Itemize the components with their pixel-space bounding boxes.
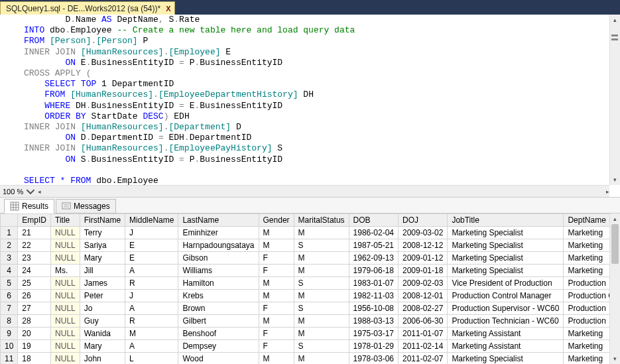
column-header[interactable]: MiddleName (125, 214, 178, 227)
cell[interactable]: 25 (18, 277, 51, 290)
table-row[interactable]: 121NULLTerryJEminhizerMM1986-02-042009-0… (1, 227, 610, 239)
cell[interactable]: Marketing (564, 252, 609, 265)
cell[interactable]: 2009-01-18 (398, 265, 447, 277)
cell[interactable]: Hamilton (178, 277, 259, 290)
cell[interactable]: 26 (18, 290, 51, 302)
row-number[interactable]: 4 (1, 265, 18, 277)
results-vertical-scrollbar[interactable]: ▴ ▾ (609, 213, 620, 364)
cell[interactable]: M (259, 315, 294, 328)
cell[interactable]: Peter (80, 290, 125, 302)
cell[interactable]: 1986-02-04 (349, 227, 398, 239)
table-row[interactable]: 525NULLJamesRHamiltonMS1983-01-072009-02… (1, 277, 610, 290)
cell[interactable]: Mary (80, 340, 125, 353)
cell[interactable]: F (259, 265, 294, 277)
cell[interactable]: 1962-09-13 (349, 252, 398, 265)
cell[interactable]: 2009-02-03 (398, 277, 447, 290)
cell[interactable]: Marketing Specialist (448, 265, 564, 277)
cell[interactable]: S (294, 302, 349, 315)
cell[interactable]: NULL (51, 290, 80, 302)
cell[interactable]: M (294, 353, 349, 365)
cell[interactable]: 2006-06-30 (398, 315, 447, 328)
cell[interactable]: NULL (51, 315, 80, 328)
column-header[interactable]: DOJ (398, 214, 447, 227)
cell[interactable]: S (294, 239, 349, 252)
cell[interactable]: J (125, 227, 178, 239)
cell[interactable]: 2011-01-07 (398, 328, 447, 340)
cell[interactable]: Benshoof (178, 328, 259, 340)
cell[interactable]: 18 (18, 353, 51, 365)
cell[interactable]: L (125, 353, 178, 365)
cell[interactable]: 24 (18, 265, 51, 277)
cell[interactable]: F (259, 302, 294, 315)
cell[interactable]: 1978-01-29 (349, 340, 398, 353)
cell[interactable]: M (294, 315, 349, 328)
cell[interactable]: Marketing (564, 265, 609, 277)
cell[interactable]: Guy (80, 315, 125, 328)
cell[interactable]: E (125, 252, 178, 265)
cell[interactable]: 2008-12-01 (398, 290, 447, 302)
cell[interactable]: NULL (51, 227, 80, 239)
scroll-down-icon[interactable]: ▾ (610, 174, 620, 185)
cell[interactable]: 28 (18, 315, 51, 328)
cell[interactable]: Wanida (80, 328, 125, 340)
cell[interactable]: Marketing Specialist (448, 227, 564, 239)
table-row[interactable]: 1019NULLMaryADempseyFS1978-01-292011-02-… (1, 340, 610, 353)
cell[interactable]: Wood (178, 353, 259, 365)
results-grid-scroll[interactable]: EmpIDTitleFirstNameMiddleNameLastNameGen… (0, 213, 609, 364)
cell[interactable]: Marketing Assistant (448, 328, 564, 340)
scroll-up-icon[interactable]: ▴ (610, 213, 620, 224)
cell[interactable]: Harnpadoungsataya (178, 239, 259, 252)
cell[interactable]: Mary (80, 252, 125, 265)
cell[interactable]: R (125, 315, 178, 328)
cell[interactable]: 21 (18, 227, 51, 239)
row-number[interactable]: 8 (1, 315, 18, 328)
cell[interactable]: M (294, 328, 349, 340)
cell[interactable]: 2011-02-14 (398, 340, 447, 353)
cell[interactable]: F (259, 252, 294, 265)
cell[interactable]: NULL (51, 302, 80, 315)
scroll-down-icon[interactable]: ▾ (610, 353, 620, 364)
cell[interactable]: S (294, 277, 349, 290)
cell[interactable]: Production Technician - WC60 (448, 315, 564, 328)
cell[interactable]: Eminhizer (178, 227, 259, 239)
cell[interactable]: 2011-02-07 (398, 353, 447, 365)
cell[interactable]: 1988-03-13 (349, 315, 398, 328)
cell[interactable]: NULL (51, 277, 80, 290)
code-text[interactable]: D.Name AS DeptName, S.Rate INTO dbo.Empl… (24, 15, 609, 185)
table-row[interactable]: 1118NULLJohnLWoodMM1978-03-062011-02-07M… (1, 353, 610, 365)
cell[interactable]: Production Supervisor - WC60 (448, 302, 564, 315)
cell[interactable]: 2008-12-12 (398, 239, 447, 252)
cell[interactable]: 20 (18, 328, 51, 340)
close-icon[interactable]: X (166, 5, 170, 13)
row-number[interactable]: 3 (1, 252, 18, 265)
cell[interactable]: J (125, 290, 178, 302)
cell[interactable]: Marketing (564, 328, 609, 340)
column-header[interactable]: FirstName (80, 214, 125, 227)
cell[interactable]: Marketing Specialist (448, 252, 564, 265)
editor-vertical-scrollbar[interactable]: ▴ ▾ (609, 15, 620, 185)
cell[interactable]: 1979-06-18 (349, 265, 398, 277)
cell[interactable]: F (259, 340, 294, 353)
column-header[interactable]: Gender (259, 214, 294, 227)
cell[interactable]: Terry (80, 227, 125, 239)
cell[interactable]: F (259, 328, 294, 340)
cell[interactable]: 2009-03-02 (398, 227, 447, 239)
cell[interactable]: 1987-05-21 (349, 239, 398, 252)
row-number[interactable]: 7 (1, 302, 18, 315)
cell[interactable]: NULL (51, 239, 80, 252)
cell[interactable]: Sariya (80, 239, 125, 252)
cell[interactable]: M (294, 265, 349, 277)
cell[interactable]: M (259, 290, 294, 302)
tab-messages[interactable]: Messages (56, 199, 116, 213)
row-number[interactable]: 2 (1, 239, 18, 252)
cell[interactable]: Williams (178, 265, 259, 277)
column-header[interactable]: JobTitle (448, 214, 564, 227)
row-number[interactable]: 6 (1, 290, 18, 302)
cell[interactable]: 27 (18, 302, 51, 315)
cell[interactable]: NULL (51, 353, 80, 365)
editor-horizontal-scrollbar[interactable] (38, 186, 609, 197)
cell[interactable]: M (259, 227, 294, 239)
cell[interactable]: Vice President of Production (448, 277, 564, 290)
cell[interactable]: 2009-01-12 (398, 252, 447, 265)
cell[interactable]: Marketing (564, 239, 609, 252)
